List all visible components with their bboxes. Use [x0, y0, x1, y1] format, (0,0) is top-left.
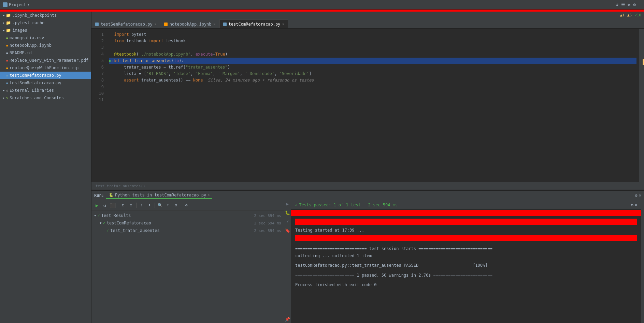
sidebar-item-notebook-ipynb[interactable]: ▶ ▪ notebookApp.ipynb: [0, 42, 91, 49]
code-text: (: [172, 58, 174, 64]
bookmark-icon[interactable]: 🔖: [285, 228, 290, 233]
sidebar-item-ipynb-checkpoints[interactable]: ▶ 📁 .ipynb_checkpoints: [0, 12, 91, 19]
decorator: @testbook: [114, 51, 136, 58]
code-text: ,: [190, 71, 195, 77]
editor-content: 1 2 3 4 5 6 7 8 9 10 11 import pytest: [91, 29, 644, 182]
run-label: Run:: [94, 193, 104, 198]
tab-icon: [223, 23, 227, 26]
settings-test-button[interactable]: ⚙: [183, 202, 190, 209]
warning-badge-5: ▲5: [627, 13, 632, 17]
sidebar-item-label: replaceQueryWithFunction.zip: [10, 65, 78, 70]
tab-test-com-refatoracao[interactable]: testComRefatoracao.py ×: [219, 19, 288, 28]
test-group-left: ▼ ✓ testComRefatoracao: [100, 221, 151, 225]
output-close-icon[interactable]: ×: [635, 203, 637, 207]
sidebar-item-mamografia-csv[interactable]: ▶ ▪ mamografia.csv: [0, 34, 91, 42]
sidebar-item-images[interactable]: ▶ 📁 images: [0, 27, 91, 34]
run-indicator: [109, 64, 114, 71]
output-settings-icon[interactable]: ⚙: [631, 203, 633, 207]
pin-icon[interactable]: 📌: [285, 317, 290, 322]
test-item[interactable]: ✓ test_tratar_ausentes 2 sec 594 ms: [91, 227, 284, 234]
run-panel-content: ▶ ↺ ⬛ ⊟ ⊞ ↕ ⬆ 🔍 ⬆ ⊞ ⚙: [91, 200, 644, 323]
code-text: lista = [: [114, 71, 146, 77]
sidebar-item-label: .pytest_cache: [12, 20, 44, 25]
minimize-icon[interactable]: —: [639, 2, 641, 7]
code-text: ,: [168, 71, 173, 77]
line-num: 3: [94, 44, 104, 51]
structure-icon[interactable]: ☰: [621, 2, 625, 7]
tab-close[interactable]: ×: [282, 22, 284, 26]
check-icon: ✓: [103, 221, 105, 225]
collapse-all-button[interactable]: ⊟: [120, 202, 127, 209]
test-results-header[interactable]: ▼ ✓ Test Results 2 sec 594 ms: [91, 212, 284, 219]
check-icon: ✓: [106, 228, 109, 233]
filter-button[interactable]: ⬆: [146, 202, 153, 209]
expand-all-button[interactable]: ⊞: [128, 202, 134, 209]
tab-test-sem-refatoracao[interactable]: testSemRefatoracao.py ×: [91, 19, 160, 28]
code-editor[interactable]: import pytest from testbook import testb…: [105, 29, 639, 182]
string: './notebookApp.ipynb': [139, 51, 191, 58]
sync-icon[interactable]: ⇌: [628, 2, 631, 7]
tab-notebook-app[interactable]: notebookApp.ipynb ×: [160, 19, 219, 28]
tab-close[interactable]: ×: [214, 22, 216, 26]
breadcrumb: test_tratar_ausentes(): [96, 184, 145, 188]
stop-button[interactable]: ⬛: [109, 202, 116, 209]
panel-close-icon[interactable]: ×: [639, 193, 641, 198]
code-text: ): [225, 51, 228, 58]
md-icon: ▪: [6, 51, 8, 55]
code-text: [114, 77, 124, 84]
run-tab-close[interactable]: ×: [207, 193, 210, 197]
sidebar-item-readme[interactable]: ▶ ▪ README.md: [0, 49, 91, 57]
more-button[interactable]: ⊞: [172, 202, 179, 209]
editor-tabs: testSemRefatoracao.py × notebookApp.ipyn…: [91, 19, 644, 29]
expand-arrow: ▼: [94, 214, 96, 217]
code-line-11: [109, 97, 636, 103]
search-test-button[interactable]: 🔍: [157, 202, 163, 209]
rerun-button[interactable]: ↺: [101, 202, 108, 209]
line-numbers: 1 2 3 4 5 6 7 8 9 10 11: [94, 29, 105, 182]
sort-button[interactable]: ↕: [138, 202, 145, 209]
tab-label: testSemRefatoracao.py: [101, 22, 153, 27]
sidebar-item-label: testSemRefatoracao.py: [10, 80, 61, 85]
gear-icon[interactable]: ⚙: [633, 2, 636, 7]
project-icon: [3, 2, 8, 7]
output-line-test-result: testComRefatoracao.py::test_tratar_ausen…: [295, 262, 637, 269]
sidebar-item-scratches[interactable]: ▶ ✎ Scratches and Consoles: [0, 94, 91, 102]
top-bar-actions: ⚙ ☰ ⇌ ⚙ —: [616, 2, 641, 7]
csv-icon: ▪: [6, 36, 8, 40]
sidebar-item-external-libraries[interactable]: ▶ ⚙ External Libraries: [0, 87, 91, 94]
string: 'Forma': [196, 71, 213, 77]
test-output-header: ✓ Tests passed: 1 of 1 test – 2 sec 594 …: [291, 200, 641, 210]
debug-icon[interactable]: 🐛: [285, 210, 290, 215]
run-indicator: [109, 38, 114, 44]
tab-close[interactable]: ×: [155, 22, 157, 26]
run-test-button[interactable]: ▶: [94, 202, 100, 209]
sidebar: ▶ 📁 .ipynb_checkpoints ▶ 📁 .pytest_cache…: [0, 12, 91, 323]
zip-icon: ▪: [6, 66, 8, 70]
run-tab-label: Python tests in testComRefatoracao.py: [115, 193, 206, 197]
arrow-spacer: ▶: [3, 51, 4, 55]
panel-settings-icon[interactable]: ⚙: [635, 193, 638, 198]
test-output-content[interactable]: Testing started at 17:39 ... ===========…: [291, 216, 641, 323]
line-num: 9: [94, 84, 104, 90]
sidebar-item-pytest-cache[interactable]: ▶ 📁 .pytest_cache: [0, 19, 91, 27]
sidebar-item-test-com-refatoracao[interactable]: ▶ ▪ testComRefatoracao.py: [0, 72, 91, 79]
main-layout: ▶ 📁 .ipynb_checkpoints ▶ 📁 .pytest_cache…: [0, 12, 644, 323]
test-group-item[interactable]: ▼ ✓ testComRefatoracao 2 sec 594 ms: [91, 219, 284, 227]
run-tab[interactable]: 🐍 Python tests in testComRefatoracao.py …: [106, 192, 212, 199]
editor-area: ▲1 ▲5 ✓10 testSemRefatoracao.py × notebo…: [91, 12, 644, 323]
sidebar-item-test-sem-refatoracao[interactable]: ▶ ▪ testSemRefatoracao.py: [0, 79, 91, 87]
code-line-4: @testbook('./notebookApp.ipynb', execute…: [109, 51, 636, 58]
sidebar-item-replace-query[interactable]: ▶ ▪ Replace_Query_with_Parameter.pdf: [0, 57, 91, 64]
tab-label: notebookApp.ipynb: [170, 22, 212, 27]
test-output: ✓ Tests passed: 1 of 1 test – 2 sec 594 …: [291, 200, 641, 323]
line-num: 10: [94, 90, 104, 97]
export-button[interactable]: ⬆: [164, 202, 171, 209]
project-chevron[interactable]: ▾: [28, 3, 30, 6]
profile-icon[interactable]: ⚡: [286, 219, 289, 224]
run-icon[interactable]: ▶: [286, 202, 289, 206]
code-text: testbook: [166, 38, 186, 44]
arrow-spacer: ▶: [3, 36, 4, 40]
sidebar-item-replace-zip[interactable]: ▶ ▪ replaceQueryWithFunction.zip: [0, 64, 91, 72]
settings-icon[interactable]: ⚙: [616, 2, 618, 7]
line-num: 8: [94, 77, 104, 84]
